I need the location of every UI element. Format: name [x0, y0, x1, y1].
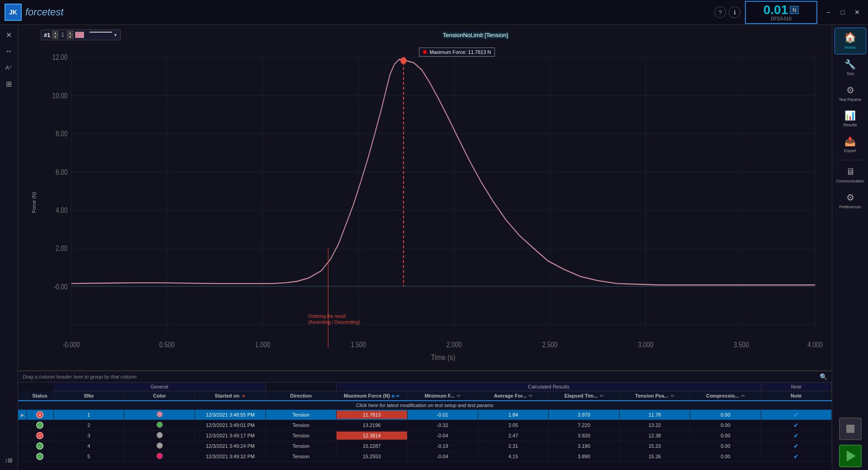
sno-cell: 3: [53, 431, 124, 441]
expand-cell[interactable]: [18, 431, 26, 441]
search-icon[interactable]: 🔍: [820, 373, 827, 380]
communication-icon: 🖥: [846, 167, 855, 177]
table-top-bar: Drag a column header here to group by th…: [18, 371, 832, 383]
nav-label-results: Results: [843, 123, 857, 128]
spinner-down[interactable]: ▼: [52, 35, 58, 39]
col-max-force[interactable]: Maximum Force (N) ⊕ ✏: [337, 391, 407, 401]
svg-text:4.00: 4.00: [56, 206, 67, 214]
nav-item-test-params[interactable]: ⚙ Test Params: [835, 81, 866, 106]
nav-label-communication: Communication: [836, 179, 864, 184]
elapsed-cell: 3.820: [549, 431, 619, 441]
elapsed-cell: 7.220: [549, 420, 619, 431]
started-on-cell: 12/3/2021 3:49:17 PM: [195, 431, 266, 441]
expand-cell[interactable]: [18, 420, 26, 431]
col-started-on[interactable]: Started on ▼: [195, 391, 266, 401]
maximize-button[interactable]: □: [836, 6, 849, 19]
table-row[interactable]: ✓512/3/2021 3:49:32 PMTension15.2553-0.0…: [18, 451, 832, 462]
table-row[interactable]: ✓212/3/2021 3:49:01 PMTension13.2196-0.3…: [18, 420, 832, 431]
chart-wrapper: Maximum Force: 11.7813 N: [41, 43, 827, 361]
table-scroll[interactable]: General Calculated Results Note Status S…: [18, 383, 832, 470]
col-status[interactable]: Status: [26, 391, 53, 401]
nav-item-test[interactable]: 🔧 Test: [835, 55, 866, 80]
table-area: Drag a column header here to group by th…: [18, 370, 832, 470]
col-sno[interactable]: SNo: [53, 391, 124, 401]
line-style-selector[interactable]: ▼: [88, 32, 118, 38]
count-up[interactable]: ▲: [67, 31, 73, 35]
max-force-cell: 15.2553: [337, 451, 407, 462]
col-color[interactable]: Color: [124, 391, 194, 401]
expand-cell[interactable]: [18, 451, 26, 462]
sno-cell: 5: [53, 451, 124, 462]
min-force-cell: -0.32: [407, 420, 478, 431]
nav-item-export[interactable]: 📤 Export: [835, 132, 866, 157]
min-force-cell: -0.01: [407, 410, 478, 420]
expand-arrow[interactable]: ▶: [21, 412, 26, 417]
max-force-cell: 15.2287: [337, 441, 407, 451]
table-row[interactable]: ✕312/3/2021 3:49:17 PMTension12.3814-0.0…: [18, 431, 832, 441]
spinner-up[interactable]: ▲: [52, 31, 58, 35]
elapsed-cell: 3.970: [549, 410, 619, 420]
direction-cell: Tension: [266, 451, 336, 462]
left-tool-1[interactable]: ✕: [2, 28, 16, 42]
status-group-header: [26, 383, 53, 391]
stop-button[interactable]: [839, 417, 862, 440]
table-row[interactable]: ▶✕112/3/2021 3:48:55 PMTension11.7813-0.…: [18, 410, 832, 420]
sno-cell: 4: [53, 441, 124, 451]
series-count: 1: [61, 32, 64, 38]
col-expand: [18, 391, 26, 401]
direction-group-header: [266, 383, 336, 391]
col-elapsed[interactable]: Elapsed Tim... ✏: [549, 391, 619, 401]
nav-item-preferences[interactable]: ⚙ Preferences: [835, 188, 866, 213]
preferences-icon: ⚙: [846, 192, 854, 203]
minimize-button[interactable]: −: [822, 6, 835, 19]
nav-label-test: Test: [846, 72, 854, 77]
logo-area: JK forcetest: [5, 4, 63, 21]
close-button[interactable]: ✕: [851, 6, 863, 19]
notification-cell: Click here for latest modification on te…: [18, 401, 832, 410]
max-force-cell: 13.2196: [337, 420, 407, 431]
svg-text:12.00: 12.00: [52, 54, 68, 62]
left-sidebar: ✕ ↔ A⁺ ⊞ ↕⊞: [0, 25, 18, 470]
left-tool-4[interactable]: ⊞: [2, 77, 16, 91]
count-down[interactable]: ▼: [67, 35, 73, 39]
nav-label-home: Home: [844, 45, 855, 50]
top-right: ? ℹ 0.01 N DFS3-010 − □ ✕: [714, 1, 863, 24]
sno-cell: 2: [53, 420, 124, 431]
play-button[interactable]: [839, 445, 862, 467]
col-compression[interactable]: Compressio... ✏: [690, 391, 761, 401]
data-table: General Calculated Results Note Status S…: [18, 383, 832, 462]
check-icon: ✔: [793, 442, 799, 450]
col-note[interactable]: Note: [761, 391, 831, 401]
check-icon: ✔: [793, 432, 799, 439]
nav-item-results[interactable]: 📊 Results: [835, 106, 866, 131]
info-button[interactable]: ℹ: [729, 6, 740, 18]
left-tool-5[interactable]: ↕⊞: [2, 453, 16, 467]
expand-cell[interactable]: [18, 441, 26, 451]
color-cell: [124, 410, 194, 420]
svg-text:2.00: 2.00: [56, 245, 67, 252]
nav-item-home[interactable]: 🏠 Home: [835, 28, 866, 54]
col-tension-peak[interactable]: Tension Pea... ✏: [619, 391, 690, 401]
col-avg-force[interactable]: Average For... ✏: [478, 391, 548, 401]
avg-force-cell: 1.84: [478, 410, 548, 420]
notification-text: Click here for latest modification on te…: [356, 403, 493, 408]
left-tool-3[interactable]: A⁺: [2, 60, 16, 75]
device-display: 0.01 N DFS3-010: [745, 1, 817, 24]
group-header-row: General Calculated Results Note: [18, 383, 832, 391]
svg-text:2.000: 2.000: [446, 341, 462, 349]
expand-cell[interactable]: ▶: [18, 410, 26, 420]
count-spinner[interactable]: ▲ ▼: [67, 31, 73, 39]
home-icon: 🏠: [844, 32, 856, 43]
table-row[interactable]: ✓412/3/2021 3:49:24 PMTension15.2287-0.1…: [18, 441, 832, 451]
color-swatch[interactable]: [75, 32, 84, 38]
col-direction[interactable]: Direction: [266, 391, 336, 401]
notification-row[interactable]: Click here for latest modification on te…: [18, 401, 832, 410]
play-icon: [847, 451, 856, 461]
help-button[interactable]: ?: [714, 6, 726, 18]
series-spinner[interactable]: ▲ ▼: [52, 31, 58, 39]
nav-item-communication[interactable]: 🖥 Communication: [835, 163, 866, 187]
left-tool-2[interactable]: ↔: [2, 44, 16, 58]
col-min-force[interactable]: Minimum F... ✏: [407, 391, 478, 401]
started-on-cell: 12/3/2021 3:49:01 PM: [195, 420, 266, 431]
chart-svg[interactable]: 12.00 10.00 8.00 6.00 4.00 2.00 -0.00 -0…: [41, 43, 827, 361]
